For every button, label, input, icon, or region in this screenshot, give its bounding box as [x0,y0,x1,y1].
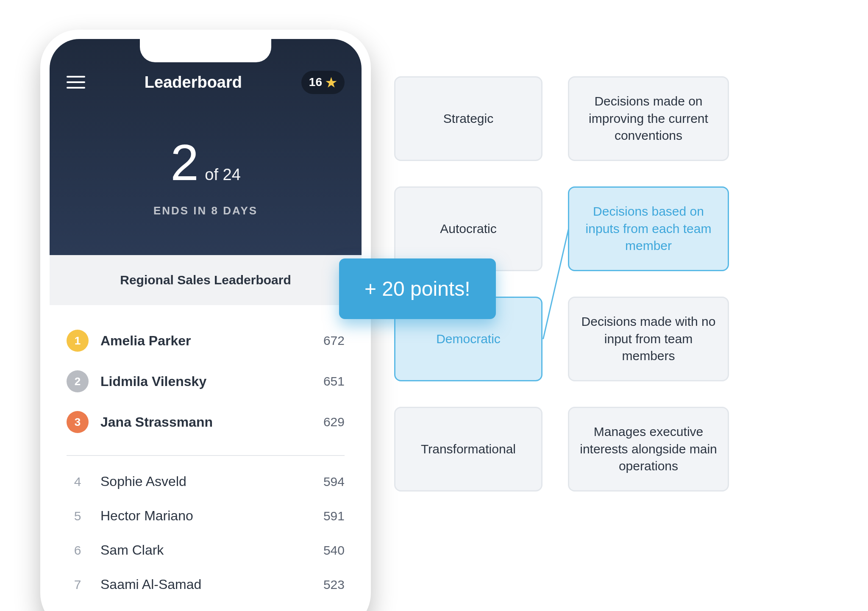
player-score: 629 [323,415,345,429]
page-title: Leaderboard [145,73,242,92]
player-name: Sophie Asveld [100,474,323,489]
rank-medal-icon: 3 [67,411,89,433]
player-score: 523 [323,578,345,592]
player-name: Saami Al-Samad [100,577,323,592]
app-header: Leaderboard 16 ★ 2 of 24 ENDS IN 8 DAYS [50,39,362,255]
player-name: Lidmila Vilensky [100,374,323,389]
player-name: Sam Clark [100,542,323,558]
ends-in-label: ENDS IN 8 DAYS [67,204,345,217]
player-score: 591 [323,509,345,523]
rank-number: 5 [67,509,89,523]
phone-screen: Leaderboard 16 ★ 2 of 24 ENDS IN 8 DAYS … [50,39,362,611]
match-definition-card[interactable]: Manages executive interests alongside ma… [568,407,729,492]
match-definition-card[interactable]: Decisions based on inputs from each team… [568,186,729,271]
rank-number: 7 [67,578,89,592]
section-header: Regional Sales Leaderboard [50,255,362,305]
rank-medal-icon: 1 [67,330,89,352]
player-name: Amelia Parker [100,333,323,349]
leaderboard-row[interactable]: 4 Sophie Asveld 594 [67,464,345,499]
phone-notch [140,39,271,62]
player-score: 540 [323,543,345,558]
match-definition-card[interactable]: Decisions made with no input from team m… [568,297,729,381]
star-points-badge[interactable]: 16 ★ [301,71,345,94]
leaderboard-row[interactable]: 3 Jana Strassmann 629 [67,402,345,442]
player-score: 651 [323,374,345,389]
player-score: 594 [323,475,345,489]
section-title: Regional Sales Leaderboard [50,273,362,287]
player-name: Jana Strassmann [100,414,323,430]
top-bar: Leaderboard 16 ★ [67,69,345,95]
match-definition-card[interactable]: Decisions made on improving the current … [568,76,729,161]
rank-medal-icon: 2 [67,370,89,392]
star-count: 16 [309,75,322,89]
phone-frame: Leaderboard 16 ★ 2 of 24 ENDS IN 8 DAYS … [40,30,371,611]
player-name: Hector Mariano [100,508,323,524]
menu-icon[interactable] [67,76,85,89]
rank-number: 4 [67,475,89,489]
points-toast: + 20 points! [339,258,496,319]
leaderboard-row[interactable]: 5 Hector Mariano 591 [67,499,345,533]
list-divider [67,455,345,456]
user-rank-number: 2 [170,134,199,191]
leaderboard-row[interactable]: 6 Sam Clark 540 [67,533,345,567]
rank-number: 6 [67,543,89,558]
rank-block: 2 of 24 ENDS IN 8 DAYS [67,133,345,217]
match-term-card[interactable]: Transformational [394,407,542,492]
leaderboard-row[interactable]: 7 Saami Al-Samad 523 [67,567,345,602]
leaderboard-row[interactable]: 2 Lidmila Vilensky 651 [67,361,345,402]
player-score: 672 [323,333,345,348]
leaderboard-row[interactable]: 1 Amelia Parker 672 [67,320,345,361]
rank-total: of 24 [205,166,241,183]
rank-line: 2 of 24 [67,133,345,192]
match-term-card[interactable]: Strategic [394,76,542,161]
leaderboard-list: 1 Amelia Parker 672 2 Lidmila Vilensky 6… [50,305,362,602]
star-icon: ★ [326,75,337,90]
